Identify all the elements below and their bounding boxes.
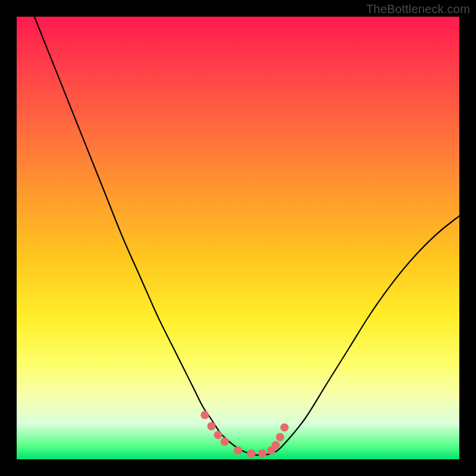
marker-dot [207, 422, 215, 430]
highlight-markers [201, 411, 289, 458]
marker-dot [280, 423, 289, 431]
marker-dot [221, 437, 229, 446]
marker-dot [271, 441, 280, 449]
marker-dot [234, 446, 242, 455]
curve-layer [17, 17, 459, 459]
marker-dot [201, 411, 209, 419]
marker-dot [258, 449, 267, 458]
bottleneck-curve [35, 17, 459, 455]
marker-dot [276, 433, 284, 441]
marker-dot [214, 431, 223, 439]
marker-dot [247, 449, 255, 458]
attribution-text: TheBottleneck.com [366, 2, 470, 16]
plot-area [17, 17, 459, 459]
chart-frame: TheBottleneck.com [0, 0, 476, 476]
